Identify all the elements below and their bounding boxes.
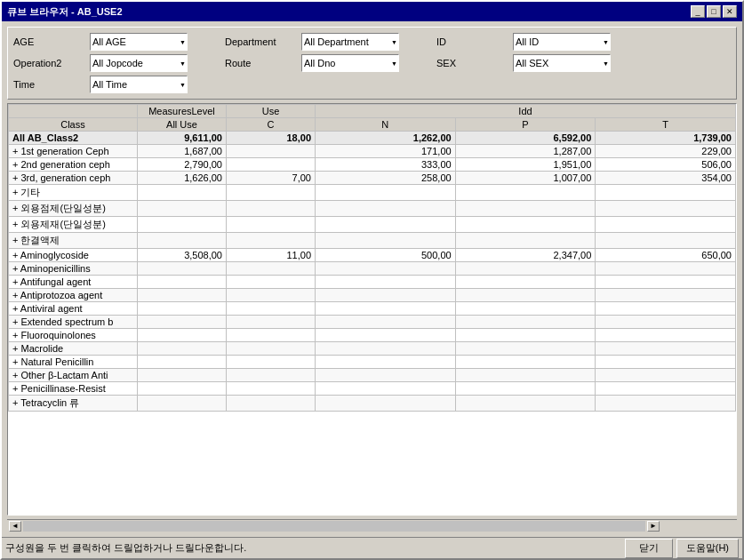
table-cell: 1,626,00 [138, 172, 227, 185]
table-cell [227, 342, 316, 356]
sex-select-wrapper: All SEX [513, 54, 611, 72]
table-cell [227, 262, 316, 276]
table-row[interactable]: All AB_Class29,611,0018,001,262,006,592,… [9, 132, 736, 145]
time-select[interactable]: All Time [90, 76, 188, 93]
table-row[interactable]: + Aminoglycoside3,508,0011,00500,002,347… [9, 249, 736, 262]
table-cell: 1,262,00 [316, 132, 456, 145]
close-button[interactable]: ✕ [723, 5, 737, 18]
table-row[interactable]: + Tetracyclin 류 [9, 396, 736, 412]
department-select[interactable]: All Department [301, 33, 399, 51]
table-cell: + Aminoglycoside [9, 249, 138, 262]
table-row[interactable]: + Antifungal agent [9, 276, 736, 289]
table-cell [227, 276, 316, 289]
department-label: Department [225, 36, 296, 47]
table-cell: 6,592,00 [455, 132, 596, 145]
scroll-track[interactable] [23, 521, 645, 532]
col-c: C [227, 118, 316, 132]
table-row[interactable]: + 한결액제 [9, 233, 736, 249]
table-header-row-2: Class All Use C N P T [9, 118, 736, 132]
col-header-use: Use [227, 105, 316, 118]
table-cell [227, 356, 316, 369]
maximize-button[interactable]: □ [707, 5, 721, 18]
table-cell [596, 185, 736, 201]
minimize-button[interactable]: _ [691, 5, 705, 18]
table-cell [316, 233, 456, 249]
table-cell [596, 396, 736, 412]
scroll-left-button[interactable]: ◄ [9, 521, 21, 532]
table-row[interactable]: + Fluoroquinolones [9, 329, 736, 342]
table-cell: + 기타 [9, 185, 138, 201]
table-row[interactable]: + 외용점제(단일성분) [9, 201, 736, 217]
horizontal-scrollbar[interactable]: ◄ ► [7, 519, 737, 532]
table-row[interactable]: + Natural Penicillin [9, 356, 736, 369]
table-cell: 650,00 [596, 249, 736, 262]
age-label: AGE [13, 36, 84, 47]
table-row[interactable]: + Extended spectrum b [9, 316, 736, 329]
table-row[interactable]: + 3rd, generation ceph1,626,007,00258,00… [9, 172, 736, 185]
table-cell [455, 233, 596, 249]
table-cell: 333,00 [316, 158, 456, 172]
table-cell [316, 342, 456, 356]
table-cell: 3,508,00 [138, 249, 227, 262]
table-row[interactable]: + 기타 [9, 185, 736, 201]
table-row[interactable]: + Antiprotozoa agent [9, 289, 736, 302]
table-cell [316, 396, 456, 412]
table-cell [227, 382, 316, 396]
hscroll-controls: ◄ ► [9, 521, 660, 532]
data-table: MeasuresLevel Use Idd Class All Use C N … [8, 104, 736, 412]
filter-panel: AGE All AGE Department All Department ID [7, 27, 737, 100]
scroll-right-button[interactable]: ► [647, 521, 660, 532]
table-row[interactable]: + Other β-Lactam Anti [9, 369, 736, 382]
route-label: Route [225, 58, 296, 68]
table-row[interactable]: + Antiviral agent [9, 302, 736, 316]
table-cell: 506,00 [596, 158, 736, 172]
department-select-wrapper: All Department [301, 33, 399, 51]
table-cell: + Aminopenicillins [9, 262, 138, 276]
help-btn[interactable]: 도움말(H) [676, 539, 739, 558]
table-row[interactable]: + 외용제재(단일성분) [9, 217, 736, 233]
table-cell [138, 369, 227, 382]
window-title: 큐브 브라우저 - AB_USE2 [7, 5, 123, 19]
table-cell: 9,611,00 [138, 132, 227, 145]
table-row[interactable]: + 2nd generation ceph2,790,00333,001,951… [9, 158, 736, 172]
table-cell [316, 382, 456, 396]
table-row[interactable]: + Aminopenicillins [9, 262, 736, 276]
table-row[interactable]: + Penicillinase-Resist [9, 382, 736, 396]
table-cell [316, 217, 456, 233]
table-cell [227, 289, 316, 302]
table-row[interactable]: + Macrolide [9, 342, 736, 356]
table-cell: + Natural Penicillin [9, 356, 138, 369]
table-cell [596, 289, 736, 302]
table-cell [227, 217, 316, 233]
data-table-container[interactable]: MeasuresLevel Use Idd Class All Use C N … [7, 103, 737, 516]
col-alluse: All Use [138, 118, 227, 132]
table-cell: 2,790,00 [138, 158, 227, 172]
table-cell [455, 329, 596, 342]
table-cell [138, 233, 227, 249]
route-select[interactable]: All Dno [301, 54, 399, 72]
sex-select[interactable]: All SEX [513, 54, 611, 72]
table-cell [455, 201, 596, 217]
table-cell [227, 316, 316, 329]
table-cell: + Extended spectrum b [9, 316, 138, 329]
age-select[interactable]: All AGE [90, 33, 188, 51]
table-cell [227, 302, 316, 316]
table-cell [138, 276, 227, 289]
operation2-select[interactable]: All Jopcode [90, 54, 188, 72]
table-cell [227, 145, 316, 158]
id-select[interactable]: All ID [513, 33, 611, 51]
table-cell [455, 185, 596, 201]
close-btn[interactable]: 닫기 [625, 539, 673, 558]
table-cell: + 외용제재(단일성분) [9, 217, 138, 233]
table-row[interactable]: + 1st generation Ceph1,687,00171,001,287… [9, 145, 736, 158]
table-cell: + Fluoroquinolones [9, 329, 138, 342]
table-cell: + 2nd generation ceph [9, 158, 138, 172]
table-cell [138, 201, 227, 217]
col-header-measures: MeasuresLevel [138, 105, 227, 118]
table-cell [227, 329, 316, 342]
status-text: 구성원을 두 번 클릭하여 드릴업하거나 드릴다운합니다. [5, 541, 246, 555]
table-cell: + Tetracyclin 류 [9, 396, 138, 412]
table-cell [455, 262, 596, 276]
table-cell: 1,287,00 [455, 145, 596, 158]
table-cell: 18,00 [227, 132, 316, 145]
